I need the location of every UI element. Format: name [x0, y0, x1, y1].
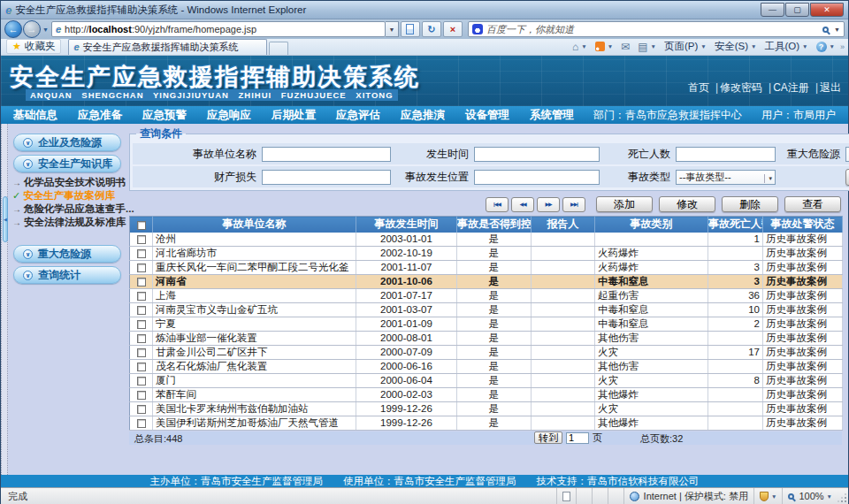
- row-checkbox[interactable]: [137, 278, 146, 286]
- top-link[interactable]: 首页: [688, 80, 709, 95]
- tools-menu-button[interactable]: 工具(O)▼: [765, 40, 808, 53]
- table-row[interactable]: 炼油事业部一催化装置 2000-08-01 是 其他伤害 历史事故案例: [130, 331, 843, 345]
- sidebar-item[interactable]: → 化学品安全技术说明书: [9, 176, 126, 189]
- toolbar-action-button[interactable]: 查看: [784, 196, 841, 212]
- row-checkbox[interactable]: [137, 405, 146, 414]
- row-checkbox[interactable]: [137, 391, 146, 400]
- row-checkbox[interactable]: [137, 235, 146, 244]
- cell-controlled: 是: [457, 345, 532, 359]
- close-button[interactable]: ✕: [810, 3, 844, 17]
- sidebar-item[interactable]: ✓ 安全生产事故案例库: [9, 189, 126, 202]
- table-row[interactable]: 沧州 2003-01-01 是 1 历史事故案例: [130, 233, 843, 247]
- resize-grip[interactable]: [838, 488, 848, 504]
- nav-item[interactable]: 设备管理: [457, 106, 517, 125]
- stop-button[interactable]: ×: [443, 21, 463, 37]
- compatibility-view-button[interactable]: [401, 21, 420, 37]
- protected-mode-segment[interactable]: ▼: [753, 488, 782, 504]
- row-checkbox[interactable]: [137, 419, 146, 428]
- toolbar-action-button[interactable]: 修改: [659, 196, 715, 212]
- deaths-input[interactable]: [676, 147, 776, 162]
- pager-nav-button[interactable]: ◀◀: [511, 197, 534, 212]
- table-row[interactable]: 美国北卡罗来纳州韦兹伯勒加油站 1999-12-26 是 火灾 历史事故案例: [130, 401, 843, 416]
- table-row[interactable]: 河北省廊坊市 2002-10-19 是 火药爆炸 历史事故案例: [130, 246, 843, 260]
- help-button[interactable]: ?▼: [816, 42, 835, 52]
- goto-page-button[interactable]: 转到: [534, 431, 562, 444]
- table-row[interactable]: 河南灵宝市义寺山金矿五坑 2001-03-07 是 中毒和窒息 10 历史事故案…: [130, 302, 843, 317]
- search-button[interactable]: 查询: [845, 169, 849, 186]
- nav-item[interactable]: 基础信息: [5, 106, 65, 125]
- address-input[interactable]: e http://localhost:90/yjzh/frame/homepag…: [51, 21, 386, 37]
- row-checkbox[interactable]: [137, 377, 146, 386]
- table-row[interactable]: 上海 2001-07-17 是 起重伤害 36 历史事故案例: [130, 288, 843, 302]
- row-checkbox[interactable]: [137, 334, 146, 343]
- zoom-control[interactable]: 100% ▼: [782, 488, 838, 504]
- search-magnifier-icon[interactable]: [822, 27, 829, 33]
- unit-name-input[interactable]: [262, 147, 391, 162]
- minimize-button[interactable]: —: [761, 3, 784, 17]
- search-box[interactable]: 百度一下，你就知道 ▼: [468, 21, 845, 37]
- safety-menu-button[interactable]: 安全(S)▼: [715, 40, 757, 53]
- nav-item[interactable]: 后期处置: [264, 106, 324, 125]
- overflow-chevron-icon[interactable]: »: [840, 42, 845, 51]
- pager-nav-button[interactable]: |◀◀: [486, 197, 509, 212]
- nav-item[interactable]: 应急预警: [134, 106, 195, 125]
- row-checkbox[interactable]: [137, 263, 146, 272]
- top-link[interactable]: 修改密码: [709, 80, 762, 95]
- table-row[interactable]: 厦门 2000-06-04 是 火灾 8 历史事故案例: [130, 373, 843, 387]
- address-dropdown-button[interactable]: ▼: [386, 21, 399, 37]
- toolbar-action-button[interactable]: 添加: [596, 196, 653, 212]
- table-row[interactable]: 茂名石化炼油厂焦化装置 2000-06-16 是 其他伤害 历史事故案例: [130, 359, 843, 373]
- select-all-header[interactable]: [130, 217, 153, 233]
- home-button[interactable]: ⌂▼: [572, 41, 587, 53]
- row-checkbox[interactable]: [137, 348, 146, 357]
- new-tab-button[interactable]: [269, 42, 288, 55]
- major-hazard-select[interactable]: -是否为重大危险源-: [845, 147, 849, 162]
- history-dropdown-icon[interactable]: ▼: [42, 27, 49, 33]
- nav-item[interactable]: 应急准备: [70, 106, 130, 125]
- occur-time-input[interactable]: [474, 147, 600, 162]
- maximize-button[interactable]: ▢: [785, 3, 809, 17]
- property-loss-input[interactable]: [262, 170, 391, 185]
- sidebar-item[interactable]: ∨ 查询统计: [13, 266, 121, 284]
- table-row[interactable]: 甘肃金川公司二矿区井下 2000-07-09 是 火灾 17 历史事故案例: [130, 345, 843, 359]
- print-button[interactable]: ▤▼: [638, 41, 656, 53]
- sidebar-item[interactable]: ∨ 企业及危险源: [13, 134, 121, 151]
- browser-tab[interactable]: e 安全生产应急救援指挥辅助决策系统: [68, 39, 267, 55]
- back-button[interactable]: ←: [4, 20, 22, 38]
- sidebar-item[interactable]: → 危险化学品应急速查手...: [9, 202, 126, 216]
- page-number-input[interactable]: [566, 432, 589, 444]
- forward-button[interactable]: →: [23, 20, 41, 38]
- pager-nav-button[interactable]: ▶▶: [537, 197, 560, 212]
- location-input[interactable]: [474, 170, 600, 185]
- table-row[interactable]: 苯酐车间 2000-02-03 是 其他爆炸 历史事故案例: [130, 387, 843, 401]
- mail-button[interactable]: ✉: [621, 41, 630, 53]
- accident-type-select[interactable]: --事故类型--: [676, 170, 776, 185]
- nav-item[interactable]: 应急响应: [199, 106, 259, 125]
- sidebar-item[interactable]: → 安全法律法规及标准库: [9, 216, 126, 229]
- nav-item[interactable]: 应急评估: [328, 106, 388, 125]
- nav-item[interactable]: 系统管理: [522, 106, 582, 125]
- row-checkbox[interactable]: [137, 306, 146, 315]
- table-row[interactable]: 美国伊利诺斯州芝加哥炼油厂天然气管道 1999-12-26 是 其他爆炸 历史事…: [130, 416, 843, 430]
- table-row[interactable]: 重庆长风化一车间二苯甲酮工段二号光化釜 2001-11-07 是 火药爆炸 3 …: [130, 260, 843, 274]
- row-checkbox[interactable]: [137, 292, 146, 301]
- nav-item[interactable]: 应急推演: [393, 106, 453, 125]
- top-link[interactable]: 退出: [809, 80, 841, 95]
- toolbar-action-button[interactable]: 删除: [722, 196, 778, 212]
- row-checkbox[interactable]: [137, 363, 146, 371]
- sidebar-collapse-handle[interactable]: ◀: [3, 196, 8, 242]
- page-menu-button[interactable]: 页面(P)▼: [664, 40, 707, 53]
- table-row[interactable]: 宁夏 2001-01-09 是 中毒和窒息 2 历史事故案例: [130, 317, 843, 331]
- search-dropdown-icon[interactable]: ▼: [834, 27, 840, 33]
- row-checkbox[interactable]: [137, 320, 146, 329]
- sidebar-item[interactable]: ∨ 重大危险源: [13, 245, 121, 263]
- row-checkbox[interactable]: [137, 249, 146, 258]
- top-link[interactable]: CA注册: [762, 80, 809, 95]
- feeds-button[interactable]: ▼: [595, 42, 613, 51]
- refresh-button[interactable]: ↻: [422, 21, 441, 37]
- table-row[interactable]: 河南省 2001-10-06 是 中毒和窒息 3 历史事故案例: [130, 274, 843, 288]
- sidebar-item[interactable]: ∨ 安全生产知识库: [13, 155, 121, 172]
- favorites-button[interactable]: ★ 收藏夹: [6, 39, 61, 54]
- select-all-checkbox[interactable]: [137, 221, 146, 230]
- pager-nav-button[interactable]: ▶▶|: [562, 197, 585, 212]
